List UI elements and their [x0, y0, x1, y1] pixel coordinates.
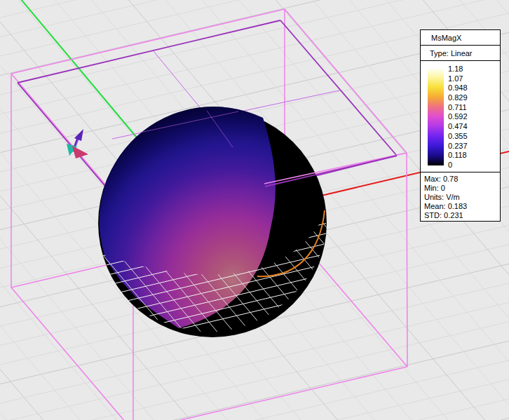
- legend-statistics: Max: 0.78Min: 0Units: V/mMean: 0.183STD:…: [420, 172, 501, 222]
- grid-line: [0, 358, 509, 420]
- colorbar-tick: 0.237: [448, 142, 498, 151]
- colorbar-tick: 1.18: [448, 65, 498, 74]
- legend-stat-line: Mean: 0.183: [424, 202, 500, 211]
- grid-line: [0, 377, 509, 420]
- legend-stat-line: Units: V/m: [424, 193, 500, 202]
- colorbar-tick-labels: 1.181.070.9480.8290.7110.5920.4740.3550.…: [448, 65, 498, 170]
- colorbar-tick: 0.829: [448, 93, 498, 103]
- legend-color-scale: 1.181.070.9480.8290.7110.5920.4740.3550.…: [420, 60, 501, 172]
- legend-panel: MsMagX Type: Linear 1.181.070.9480.8290.…: [420, 30, 501, 222]
- 3d-viewport[interactable]: MsMagX Type: Linear 1.181.070.9480.8290.…: [0, 0, 509, 420]
- legend-stat-line: Min: 0: [424, 184, 500, 193]
- grid-line: [306, 223, 414, 351]
- colorbar-tick: 0.355: [448, 132, 498, 142]
- grid-line: [0, 0, 49, 420]
- colorbar-tick: 0.592: [448, 112, 498, 122]
- grid-line: [0, 397, 509, 420]
- grid-line: [0, 320, 509, 420]
- colorbar-tick: 0.711: [448, 103, 498, 113]
- colorbar-tick: 0.118: [448, 151, 498, 161]
- colorbar-tick: 0: [448, 161, 498, 170]
- grid-line: [0, 416, 509, 420]
- grid-line: [0, 0, 86, 420]
- antenna-crimson-fin: [72, 146, 88, 158]
- legend-scale-type: Type: Linear: [420, 45, 501, 61]
- legend-stat-line: STD: 0.231: [424, 211, 500, 220]
- colorbar-tick: 0.474: [448, 122, 498, 132]
- grid-line: [0, 339, 509, 420]
- legend-stat-line: Max: 0.78: [424, 175, 500, 184]
- colorbar-strip: [428, 67, 444, 165]
- y-axis-line: [20, 0, 140, 142]
- colorbar-tick: 0.948: [448, 83, 498, 93]
- colorbar-tick: 1.07: [448, 74, 498, 84]
- legend-title: MsMagX: [420, 29, 501, 46]
